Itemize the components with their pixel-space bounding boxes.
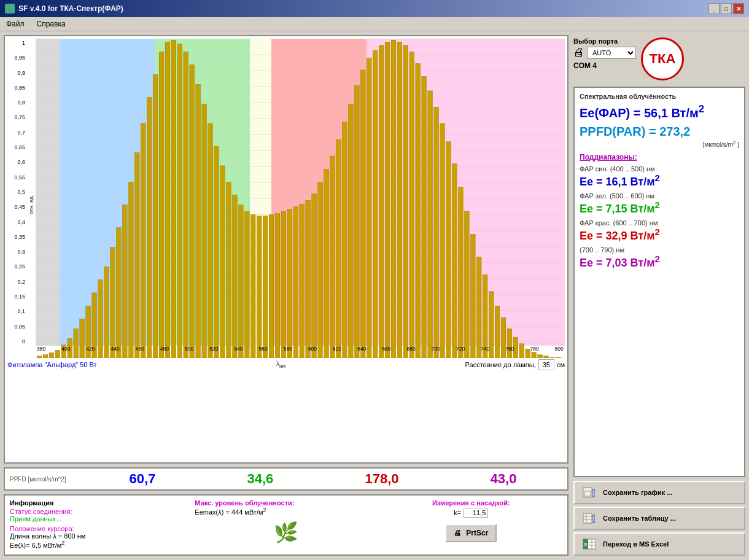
svg-rect-71 <box>343 122 347 358</box>
y-label: 0,2 <box>7 279 25 285</box>
svg-rect-50 <box>214 146 219 358</box>
svg-rect-35 <box>122 205 127 358</box>
svg-rect-88 <box>446 142 451 358</box>
svg-rect-55 <box>244 211 249 358</box>
ppfd-blue-val: 60,7 <box>130 471 156 487</box>
measure-label: Измерения с насадкой: <box>432 499 510 507</box>
svg-rect-74 <box>360 70 365 358</box>
distance-row: Расстояние до лампы, 35 см <box>465 359 565 370</box>
svg-rect-91 <box>464 211 469 358</box>
svg-rect-58 <box>263 216 268 358</box>
action-buttons: Сохранить график ... Сохранить таб <box>573 481 745 556</box>
ppfd-par-value: PPFD(PAR) = 273,2 <box>580 123 739 139</box>
ppfd-red-val: 178,0 <box>365 471 398 487</box>
svg-rect-69 <box>330 156 335 358</box>
k-input[interactable] <box>464 508 488 518</box>
max-level-label: Макс. уровень облученности: <box>195 499 294 507</box>
svg-rect-64 <box>300 204 305 358</box>
x-label: 700 <box>432 346 440 352</box>
chart-container: 1 0,95 0,9 0,85 0,8 0,75 0,7 0,65 0,6 0,… <box>4 35 569 464</box>
prtscr-icon: 🖨 <box>454 529 461 537</box>
port-select[interactable]: AUTO <box>587 47 636 59</box>
x-label: 780 <box>530 346 538 352</box>
tka-logo: ТКА <box>641 37 684 80</box>
k-row: k= <box>454 508 488 518</box>
range2-val: Ee = 7,15 Вт/м2 <box>580 200 739 216</box>
y-label: 0,45 <box>7 204 25 210</box>
svg-rect-32 <box>104 266 109 358</box>
svg-rect-46 <box>190 64 195 358</box>
svg-rect-113 <box>583 513 592 523</box>
x-label: 680 <box>407 346 416 352</box>
x-label: 800 <box>555 346 564 352</box>
svg-rect-72 <box>348 104 353 358</box>
maximize-button[interactable]: □ <box>721 3 732 14</box>
y-axis: 1 0,95 0,9 0,85 0,8 0,75 0,7 0,65 0,6 0,… <box>7 39 27 358</box>
range1-label: ФАР син. (400 .. 500) нм <box>580 165 739 173</box>
svg-rect-49 <box>208 123 213 358</box>
svg-rect-92 <box>470 234 475 358</box>
window-title: SF v.4.0 for ТКА-Спектр(ФАР) <box>18 4 123 13</box>
x-label: 540 <box>234 346 243 352</box>
app-icon <box>5 4 15 14</box>
y-label: 0,6 <box>7 159 25 165</box>
k-label: k= <box>454 509 461 516</box>
y-label: 0,95 <box>7 55 25 61</box>
menu-file[interactable]: Файл <box>2 18 28 29</box>
port-section: Выбор порта 🖨 AUTO COM 4 <box>573 37 636 70</box>
svg-rect-79 <box>391 40 396 358</box>
y-label: 0 <box>7 338 25 344</box>
x-label: 600 <box>308 346 317 352</box>
svg-rect-62 <box>287 209 292 358</box>
x-label: 720 <box>456 346 465 352</box>
svg-rect-86 <box>434 107 439 358</box>
y-label: 0,8 <box>7 99 25 106</box>
svg-rect-43 <box>171 40 176 358</box>
x-label: 500 <box>185 346 193 352</box>
menu-help[interactable]: Справка <box>33 18 69 29</box>
prtscr-button[interactable]: 🖨 PrtScr <box>445 524 497 542</box>
y-axis-title: отн. ед. <box>27 39 36 358</box>
range1-val: Ee = 16,1 Вт/м2 <box>580 173 739 189</box>
y-label: 0,4 <box>7 219 25 225</box>
y-label: 1 <box>7 40 25 46</box>
ppfd-row-label: PPFD [мкmol/s/m^2] <box>10 476 83 483</box>
range3-val: Ee = 32,9 Вт/м2 <box>580 227 739 243</box>
svg-rect-68 <box>324 169 329 358</box>
svg-rect-56 <box>250 215 255 358</box>
range3-label: ФАР крас. (600 .. 700) нм <box>580 219 739 227</box>
svg-rect-38 <box>141 123 146 358</box>
info-col-3: Измерения с насадкой: k= 🖨 PrtScr <box>380 499 562 551</box>
x-label: 620 <box>333 346 341 352</box>
title-bar: SF v.4.0 for ТКА-Спектр(ФАР) _ □ ✕ <box>0 0 749 17</box>
chart-bars <box>36 39 565 358</box>
save-table-label: Сохранить таблицу ... <box>603 515 676 522</box>
info-title: Информация <box>10 499 192 507</box>
excel-button[interactable]: X Переход в MS Excel <box>573 532 745 556</box>
svg-rect-76 <box>373 50 378 358</box>
info-col-2: Макс. уровень облученности: Eemax(λ) = 4… <box>195 499 377 551</box>
x-label: 440 <box>111 346 120 352</box>
right-panel: Выбор порта 🖨 AUTO COM 4 ТКА Спектральна… <box>573 35 745 556</box>
x-label: 760 <box>505 346 514 352</box>
y-label: 0,85 <box>7 85 25 91</box>
svg-rect-83 <box>416 63 421 358</box>
x-label: 460 <box>136 346 144 352</box>
svg-rect-51 <box>220 166 225 358</box>
close-button[interactable]: ✕ <box>733 3 744 14</box>
minimize-button[interactable]: _ <box>708 3 720 14</box>
svg-rect-84 <box>422 77 427 358</box>
chart-plot[interactable]: 380 400 420 440 460 480 500 520 540 560 … <box>36 39 565 358</box>
save-chart-button[interactable]: Сохранить график ... <box>573 481 745 504</box>
svg-rect-57 <box>257 216 262 358</box>
svg-rect-48 <box>202 104 207 358</box>
lambda-axis-label: λнм <box>276 360 285 369</box>
svg-rect-75 <box>367 58 371 358</box>
menu-bar: Файл Справка <box>0 17 749 31</box>
sub-ranges-title: Поддиапазоны: <box>580 153 739 161</box>
svg-text:X: X <box>584 542 588 547</box>
y-label: 0,05 <box>7 324 25 330</box>
lamp-label: Фитолампа "Альфард" 50 Вт <box>7 361 97 368</box>
com-label: COM 4 <box>573 61 636 70</box>
save-table-button[interactable]: Сохранить таблицу ... <box>573 507 745 530</box>
